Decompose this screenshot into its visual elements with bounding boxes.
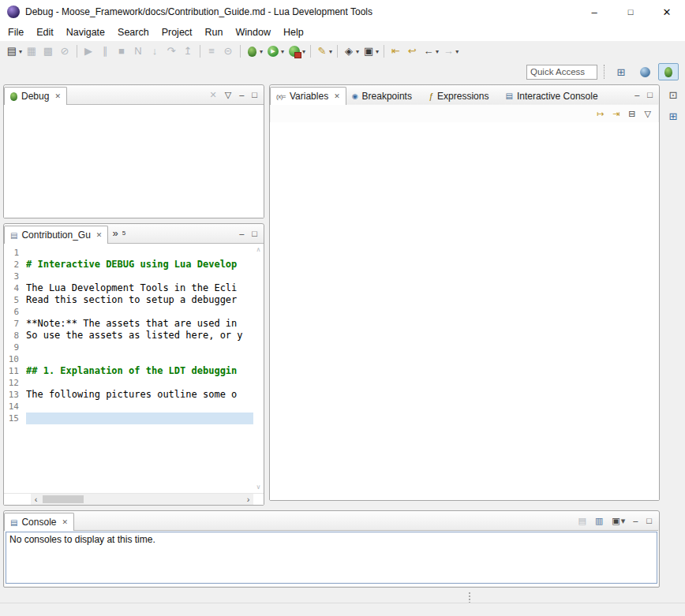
editor-line[interactable]: 6 xyxy=(4,306,253,318)
editor-line[interactable]: 12 xyxy=(4,377,253,389)
hscroll-thumb[interactable] xyxy=(43,495,84,503)
view-menu-icon[interactable]: ▽ xyxy=(645,109,651,119)
close-button[interactable]: ✕ xyxy=(649,0,685,24)
last-edit-location-icon[interactable]: ↩ xyxy=(404,43,421,60)
menu-item-help[interactable]: Help xyxy=(277,24,310,41)
save-all-icon[interactable]: ▩ xyxy=(40,43,57,60)
debug-perspective-button[interactable] xyxy=(658,63,679,80)
drop-to-frame-icon[interactable]: ≡ xyxy=(204,43,220,60)
forward-icon[interactable]: → ▾ xyxy=(440,43,460,60)
view-menu-icon[interactable]: ▽ xyxy=(225,90,231,100)
tab-breakpoints[interactable]: ◉ Breakpoints xyxy=(346,88,423,104)
close-icon[interactable]: ✕ xyxy=(54,92,61,100)
menu-item-navigate[interactable]: Navigate xyxy=(60,24,111,41)
previous-edit-icon[interactable]: ⇤ xyxy=(387,43,404,60)
editor-line[interactable]: 1 xyxy=(4,247,253,259)
tab-expressions[interactable]: ƒ Expressions xyxy=(423,88,500,104)
editor-line[interactable]: 10 xyxy=(4,353,253,365)
resume-icon[interactable]: ▶ xyxy=(80,43,97,60)
open-element-icon[interactable]: ◈ ▾ xyxy=(341,43,361,60)
editor-line[interactable]: 5 Read this section to setup a debugger xyxy=(4,294,253,306)
tab-console[interactable]: ▤ Console ✕ xyxy=(4,513,74,531)
tab-interactive-console[interactable]: ▤ Interactive Console xyxy=(500,88,608,104)
lua-perspective-button[interactable] xyxy=(634,63,655,80)
scroll-right-icon[interactable]: › xyxy=(243,494,253,505)
maximize-icon[interactable]: □ xyxy=(252,90,257,99)
save-icon[interactable]: ▦ xyxy=(24,43,40,60)
editor-line[interactable]: 2 # Interactive DEBUG using Lua Develop xyxy=(4,259,253,271)
show-logical-structures-icon[interactable]: ↦ xyxy=(597,109,604,119)
maximize-button[interactable]: □ xyxy=(612,0,649,24)
minimize-icon[interactable]: – xyxy=(239,90,244,99)
debug-icon[interactable]: ▾ xyxy=(244,43,264,60)
tab-debug[interactable]: Debug ✕ xyxy=(4,87,67,105)
editor-line[interactable]: 7 **Note:** The assets that are used in xyxy=(4,318,253,330)
menu-item-edit[interactable]: Edit xyxy=(30,24,60,41)
collapse-all-icon[interactable]: ⊟ xyxy=(628,109,635,119)
pin-console-icon[interactable]: ▤ xyxy=(578,516,586,526)
chevron-down-icon: ▾ xyxy=(455,48,459,55)
scroll-left-icon[interactable]: ‹ xyxy=(31,494,41,505)
open-console-icon[interactable]: ▣ ▾ xyxy=(612,516,625,526)
editor-lines: 1 2 # Interactive DEBUG using Lua Develo… xyxy=(4,244,253,493)
line-number: 10 xyxy=(4,353,26,365)
variables-tab-bar: (x)= Variables ✕ ◉ Breakpoints ƒ Express… xyxy=(270,85,659,104)
tab-variables[interactable]: (x)= Variables ✕ xyxy=(270,87,346,105)
close-icon[interactable]: ✕ xyxy=(62,518,68,526)
quick-access-input[interactable] xyxy=(526,65,597,80)
menu-item-search[interactable]: Search xyxy=(111,24,155,41)
editor-line[interactable]: 14 xyxy=(4,401,253,413)
maximize-icon[interactable]: □ xyxy=(647,90,653,99)
layout-view-icon[interactable]: ⊞ xyxy=(664,107,682,125)
hscroll-track[interactable] xyxy=(41,494,243,505)
close-icon[interactable]: ✕ xyxy=(96,231,103,239)
sash-handle[interactable] xyxy=(468,592,471,603)
external-tools-icon[interactable]: ▾ xyxy=(286,43,307,60)
restore-view-icon[interactable]: ⊡ xyxy=(664,86,682,103)
scroll-down-icon[interactable]: ∨ xyxy=(256,483,261,491)
minimize-button[interactable]: – xyxy=(576,0,612,24)
back-icon[interactable]: ← ▾ xyxy=(421,43,440,60)
menu-item-window[interactable]: Window xyxy=(230,24,277,41)
minimize-icon[interactable]: – xyxy=(239,229,244,238)
open-perspective-button[interactable]: ⊞ xyxy=(611,63,631,80)
step-into-icon[interactable]: ↓ xyxy=(147,43,163,60)
editor-line[interactable]: 3 xyxy=(4,271,253,282)
editor-line[interactable]: 15 xyxy=(4,413,253,424)
show-type-names-icon[interactable]: ⇥ xyxy=(612,109,619,119)
editor-line[interactable]: 11 ## 1. Explanation of the LDT debuggin xyxy=(4,365,253,377)
terminate-icon[interactable]: ■ xyxy=(114,43,130,60)
close-icon[interactable]: ✕ xyxy=(334,92,340,100)
editor-vertical-scrollbar[interactable]: ∧ ∨ xyxy=(253,244,264,493)
editor-line[interactable]: 8 So use the assets as listed here, or y xyxy=(4,330,253,342)
step-over-icon[interactable]: ↷ xyxy=(163,43,180,60)
menu-item-project[interactable]: Project xyxy=(155,24,199,41)
editor-line[interactable]: 9 xyxy=(4,342,253,353)
editor-line[interactable]: 4 The Lua Development Tools in the Ecli xyxy=(4,282,253,294)
minimize-icon[interactable]: – xyxy=(634,90,639,99)
disconnect-icon[interactable]: N xyxy=(130,43,147,60)
editor-line[interactable]: 13 The following pictures outline some o xyxy=(4,389,253,401)
new-wizard-icon[interactable]: ▤ ▾ xyxy=(4,43,24,60)
minimize-icon[interactable]: – xyxy=(633,516,638,525)
remove-terminated-icon[interactable]: ✕ xyxy=(210,90,217,100)
tab-label: Variables xyxy=(290,91,328,102)
maximize-icon[interactable]: □ xyxy=(646,516,653,525)
run-icon[interactable]: ▾ xyxy=(264,43,286,60)
console-text-area[interactable]: No consoles to display at this time. xyxy=(6,532,657,584)
editor-horizontal-scrollbar[interactable]: ‹ › xyxy=(31,494,253,505)
menu-item-file[interactable]: File xyxy=(2,24,30,41)
open-task-icon[interactable]: ✎ ▾ xyxy=(314,43,334,60)
hidden-editors-button[interactable]: »5 xyxy=(108,225,129,241)
skip-breakpoints-icon[interactable]: ⊘ xyxy=(57,43,73,60)
menu-item-run[interactable]: Run xyxy=(199,24,230,41)
scroll-up-icon[interactable]: ∧ xyxy=(256,246,261,253)
maximize-icon[interactable]: □ xyxy=(252,229,257,238)
pin-editor-icon[interactable]: ▣ ▾ xyxy=(361,43,380,60)
step-return-icon[interactable]: ↥ xyxy=(180,43,197,60)
tab-contribution-guide[interactable]: ▤ Contribution_Gu ✕ xyxy=(4,226,108,244)
suspend-icon[interactable]: ∥ xyxy=(97,43,114,60)
open-perspective-icon: ⊞ xyxy=(617,66,626,78)
display-console-icon[interactable]: ▥ xyxy=(595,516,604,526)
use-step-filters-icon[interactable]: ⊝ xyxy=(220,43,237,60)
